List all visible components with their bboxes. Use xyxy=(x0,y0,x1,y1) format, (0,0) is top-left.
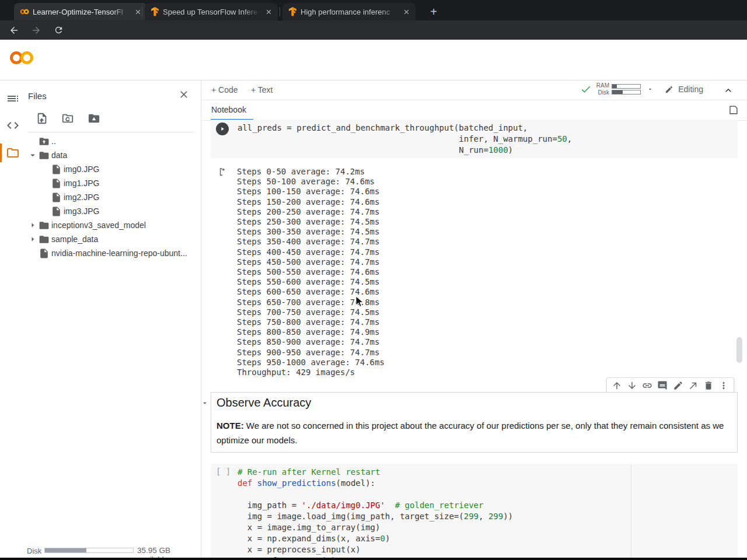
table-of-contents-icon[interactable] xyxy=(6,92,20,106)
folder-up-icon xyxy=(39,136,50,147)
collapse-header-icon[interactable] xyxy=(722,85,734,96)
tree-item-label: .. xyxy=(51,136,56,146)
files-sidebar: Files ..dataimg0.JPGimg1.JPGimg2.JPGimg3… xyxy=(0,80,201,558)
code-line: x = np.expand_dims(x, axis=0) xyxy=(238,533,513,544)
back-icon[interactable] xyxy=(7,23,21,37)
code-line: infer, N_warmup_run=50, xyxy=(238,134,572,145)
disk-footer-label: Disk xyxy=(27,547,41,555)
browser-tab-strip: Learner-Optimize-TensorFlSpeed up Tensor… xyxy=(0,0,747,20)
mount-drive-icon[interactable] xyxy=(88,112,100,125)
disk-usage-fill xyxy=(45,548,86,552)
open-panel-icon[interactable] xyxy=(728,104,739,116)
tree-item-img1-jpg[interactable]: img1.JPG xyxy=(0,176,201,190)
file-icon xyxy=(51,178,62,189)
run-cell-button[interactable] xyxy=(216,123,229,135)
output-icon xyxy=(218,167,228,177)
code-line: img_path = './data/img0.JPG' # golden_re… xyxy=(238,500,513,511)
browser-toolbar: colab.research.google.com/drive/1Cv0U4UR… xyxy=(0,20,747,40)
code-cell-1[interactable]: all_preds = predict_and_benchmark_throug… xyxy=(211,120,738,158)
browser-tab-title: High performance inferenc xyxy=(301,8,398,16)
editor-divider xyxy=(631,465,631,558)
code-line: def show_predictions(model): xyxy=(238,478,513,489)
resources-dropdown-icon[interactable] xyxy=(647,86,654,93)
note-text: We are not so concerned in this project … xyxy=(217,421,724,445)
cell-open-icon[interactable] xyxy=(688,380,699,391)
resources-widget[interactable]: RAM Disk xyxy=(580,82,654,96)
folder-icon xyxy=(39,220,50,231)
tensorflow-favicon-icon xyxy=(151,7,159,16)
section-collapse-icon[interactable] xyxy=(201,399,209,407)
tree-item-sample-data[interactable]: sample_data xyxy=(0,232,201,246)
tree-expand-icon[interactable] xyxy=(27,219,39,231)
tree-item-label: data xyxy=(51,150,67,160)
add-text-button[interactable]: + Text xyxy=(251,85,273,94)
screen: Learner-Optimize-TensorFlSpeed up Tensor… xyxy=(0,0,747,560)
tab-close-icon[interactable] xyxy=(264,7,273,16)
code-line: all_preds = predict_and_benchmark_throug… xyxy=(238,123,572,134)
tab-notebook[interactable]: Notebook xyxy=(211,105,246,114)
tree-expand-icon[interactable] xyxy=(27,233,39,245)
colab-logo[interactable] xyxy=(8,49,35,66)
tree-item-img2-jpg[interactable]: img2.JPG xyxy=(0,190,201,204)
section-heading: Observe Accuracy xyxy=(217,396,311,410)
connected-check-icon xyxy=(580,83,592,95)
scrollbar-thumb[interactable] xyxy=(736,337,742,363)
tree-item-nvidia-machine-learning-repo-ubunt-[interactable]: nvidia-machine-learning-repo-ubunt... xyxy=(0,246,201,260)
file-icon xyxy=(51,192,62,203)
tree-item-label: img2.JPG xyxy=(64,192,99,202)
new-tab-button[interactable]: + xyxy=(427,5,441,19)
cell-link-icon[interactable] xyxy=(642,380,652,391)
close-files-icon[interactable] xyxy=(178,89,190,100)
folder-icon xyxy=(39,150,50,161)
cell-comment-icon[interactable] xyxy=(657,380,668,391)
cell-1-output: Steps 0-50 average: 74.2ms Steps 50-100 … xyxy=(211,162,738,378)
cell-move-down-icon[interactable] xyxy=(627,380,637,391)
cell-run-gutter[interactable]: [ ] xyxy=(216,467,231,476)
tree-item--[interactable]: .. xyxy=(0,134,201,148)
browser-tab[interactable]: Speed up TensorFlow Infere xyxy=(145,3,278,20)
cell-more-icon[interactable] xyxy=(718,380,729,391)
browser-tab[interactable]: High performance inferenc xyxy=(282,3,416,20)
browser-tab[interactable]: Learner-Optimize-TensorFl xyxy=(14,3,147,20)
cell-toolbar xyxy=(606,377,734,394)
notebook-tabbar: Notebook xyxy=(201,100,747,121)
reload-icon[interactable] xyxy=(51,23,65,37)
disk-label: Disk xyxy=(596,89,609,96)
tree-expand-icon[interactable] xyxy=(27,149,39,161)
tab-close-icon[interactable] xyxy=(402,7,411,16)
forward-icon[interactable] xyxy=(29,23,43,37)
tree-item-img0-jpg[interactable]: img0.JPG xyxy=(0,162,201,176)
disk-gauge xyxy=(612,90,641,94)
cell-delete-icon[interactable] xyxy=(703,380,714,391)
file-icon xyxy=(51,164,62,175)
tree-item-inceptionv3-saved-model[interactable]: inceptionv3_saved_model xyxy=(0,218,201,232)
cell-1-code[interactable]: all_preds = predict_and_benchmark_throug… xyxy=(238,123,572,156)
tree-item-img3-jpg[interactable]: img3.JPG xyxy=(0,204,201,218)
window-bottom-edge xyxy=(0,558,747,560)
markdown-cell[interactable]: Observe Accuracy NOTE: We are not so con… xyxy=(211,392,738,453)
colab-header: Learner-Optimize-TensorFlow-Models-For-D… xyxy=(0,40,747,80)
code-cell-2[interactable]: [ ] # Re-run after Kernel restartdef sho… xyxy=(211,464,738,558)
colab-favicon-icon xyxy=(20,7,29,16)
add-code-button[interactable]: + Code xyxy=(211,85,238,94)
tab-close-icon[interactable] xyxy=(133,7,142,16)
upload-file-icon[interactable] xyxy=(36,112,48,125)
tree-spacer xyxy=(39,177,51,189)
tab-separator xyxy=(280,7,280,16)
pencil-icon xyxy=(665,85,673,94)
cell-edit-icon[interactable] xyxy=(673,380,683,391)
code-snippets-icon[interactable] xyxy=(6,118,20,132)
tree-item-label: sample_data xyxy=(51,235,98,244)
refresh-folder-icon[interactable] xyxy=(61,112,74,125)
tree-item-data[interactable]: data xyxy=(0,148,201,162)
tree-spacer xyxy=(39,163,51,175)
cell-2-code[interactable]: # Re-run after Kernel restartdef show_pr… xyxy=(238,467,513,560)
file-tree: ..dataimg0.JPGimg1.JPGimg2.JPGimg3.JPGin… xyxy=(0,134,201,260)
disk-usage-bar xyxy=(44,548,134,553)
cell-move-up-icon[interactable] xyxy=(612,380,622,391)
tree-item-label: inceptionv3_saved_model xyxy=(51,220,146,230)
folder-icon xyxy=(39,234,50,245)
editing-label: Editing xyxy=(678,85,703,94)
disk-footer: Disk 35.95 GB available xyxy=(0,544,201,558)
editing-mode-button[interactable]: Editing xyxy=(665,85,703,94)
